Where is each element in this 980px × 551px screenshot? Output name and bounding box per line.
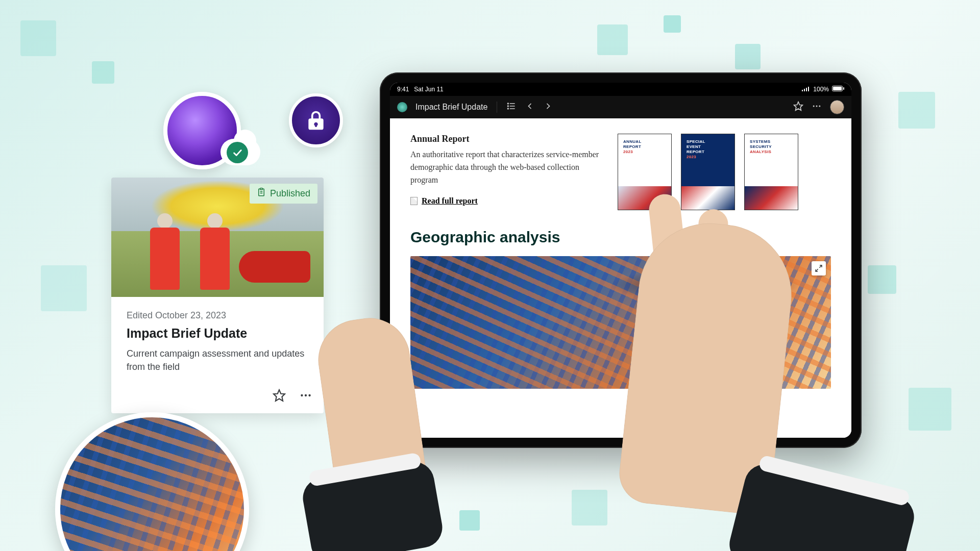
svg-rect-13 [833, 87, 842, 90]
story-card[interactable]: Published Edited October 23, 2023 Impact… [111, 178, 324, 413]
status-date: Sat Jun 11 [414, 86, 443, 93]
battery-icon [832, 86, 844, 93]
published-status-label: Published [270, 188, 310, 199]
svg-rect-9 [804, 89, 805, 91]
user-avatar[interactable] [830, 100, 844, 114]
device-status-bar: 9:41 Sat Jun 11 100% [390, 83, 851, 96]
svg-rect-1 [260, 188, 263, 190]
svg-line-26 [816, 269, 818, 271]
svg-rect-8 [802, 90, 803, 91]
topbar-more-button[interactable] [812, 101, 822, 113]
svg-point-19 [508, 106, 509, 107]
story-card-edited-date: Edited October 23, 2023 [127, 310, 308, 321]
report-thumbnail-systems-security[interactable]: SYSTEMSSECURITYANALYSIS [744, 134, 798, 210]
read-full-report-label: Read full report [422, 196, 478, 206]
favorite-button[interactable] [273, 389, 286, 404]
document-icon [410, 197, 418, 205]
published-status-chip: Published [250, 184, 317, 204]
annual-report-heading: Annual Report [410, 134, 599, 144]
svg-marker-4 [274, 390, 285, 401]
tablet-device-frame: 9:41 Sat Jun 11 100% Impact Brief Update [380, 72, 862, 448]
svg-line-25 [819, 265, 822, 268]
favorite-story-button[interactable] [793, 101, 803, 113]
svg-point-7 [308, 394, 310, 396]
svg-point-18 [508, 103, 509, 104]
svg-marker-21 [794, 102, 803, 111]
svg-point-5 [301, 394, 303, 396]
list-view-button[interactable] [506, 101, 517, 113]
signal-icon [802, 86, 810, 93]
svg-rect-11 [808, 87, 809, 91]
app-logo-icon[interactable] [397, 102, 407, 112]
story-card-description: Current campaign assessment and updates … [127, 347, 308, 373]
status-time: 9:41 [397, 86, 409, 93]
report-thumbnail-special-event[interactable]: SPECIALEVENTREPORT2023 [681, 134, 735, 210]
nav-back-button[interactable] [525, 101, 535, 113]
publish-icon [257, 188, 266, 199]
map-expand-button[interactable] [812, 261, 826, 276]
story-card-hero-image: Published [111, 178, 324, 297]
svg-point-23 [816, 106, 818, 107]
more-options-button[interactable] [299, 389, 312, 404]
battery-percent: 100% [813, 86, 829, 93]
svg-point-6 [305, 394, 307, 396]
svg-point-22 [813, 106, 815, 107]
lock-badge-icon [289, 93, 343, 147]
story-card-title: Impact Brief Update [127, 326, 308, 341]
app-title: Impact Brief Update [415, 103, 487, 112]
read-full-report-link[interactable]: Read full report [410, 196, 478, 206]
annual-report-description: An authoritative report that characteriz… [410, 148, 599, 186]
left-sleeve [300, 459, 446, 551]
svg-rect-14 [843, 87, 844, 90]
right-sleeve [725, 460, 918, 551]
cloud-sync-ok-icon [227, 142, 248, 163]
nav-forward-button[interactable] [543, 101, 553, 113]
svg-point-20 [508, 108, 509, 109]
app-top-bar: Impact Brief Update [390, 96, 851, 118]
svg-point-24 [819, 106, 820, 107]
svg-rect-10 [806, 88, 807, 91]
satellite-map-preview-circle [55, 412, 249, 551]
